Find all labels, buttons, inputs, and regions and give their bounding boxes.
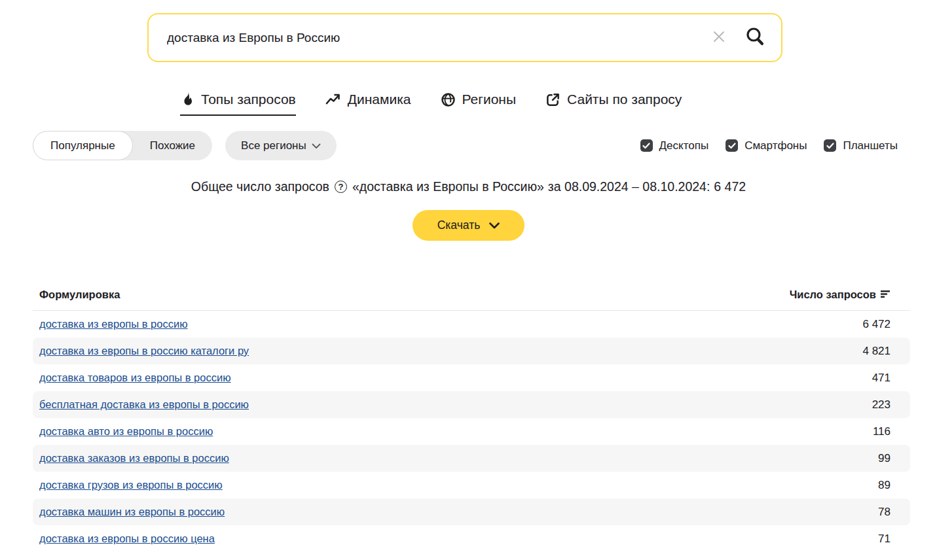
chevron-down-icon <box>489 219 500 232</box>
query-count: 78 <box>878 506 891 519</box>
query-link[interactable]: доставка из европы в россию цена <box>39 533 215 545</box>
mode-label: Популярные <box>50 139 115 152</box>
query-count: 471 <box>872 372 891 385</box>
download-row: Скачать <box>0 210 937 241</box>
table-row: доставка товаров из европы в россию 471 <box>33 364 910 391</box>
search-submit-button[interactable] <box>739 22 771 54</box>
checkbox-label: Смартфоны <box>744 139 807 152</box>
query-link[interactable]: доставка машин из европы в россию <box>39 506 225 518</box>
sort-descending-icon <box>881 289 891 301</box>
summary-total-count: 6 472 <box>714 179 746 194</box>
filters-row: Популярные Похожие Все регионы Десктопы <box>33 131 898 160</box>
clear-search-button[interactable] <box>708 27 730 49</box>
checkbox-label: Планшеты <box>843 139 898 152</box>
query-link[interactable]: доставка авто из европы в россию <box>39 425 213 438</box>
mode-toggle: Популярные Похожие <box>33 131 212 160</box>
column-header-phrase: Формулировка <box>39 289 120 301</box>
region-label: Все регионы <box>241 139 306 152</box>
left-filters: Популярные Похожие Все регионы <box>33 131 337 160</box>
search-bar <box>147 13 782 62</box>
table-row: доставка авто из европы в россию 116 <box>33 418 910 445</box>
query-link[interactable]: доставка товаров из европы в россию <box>39 372 231 384</box>
query-link[interactable]: доставка из европы в россию каталоги ру <box>39 345 249 357</box>
checkbox-smartphones[interactable]: Смартфоны <box>726 139 807 152</box>
mode-popular-button[interactable]: Популярные <box>33 131 133 160</box>
checkbox-label: Десктопы <box>659 139 709 152</box>
summary-query: «доставка из Европы в Россию» <box>352 179 544 194</box>
table-row: доставка грузов из европы в россию 89 <box>33 472 910 499</box>
tab-top-queries[interactable]: Топы запросов <box>180 92 296 116</box>
tab-label: Регионы <box>462 92 517 107</box>
query-link[interactable]: доставка из европы в россию <box>39 318 188 330</box>
table-header: Формулировка Число запросов <box>33 289 910 311</box>
query-count: 116 <box>873 425 891 438</box>
mode-label: Похожие <box>150 139 195 152</box>
tab-regions[interactable]: Регионы <box>441 92 517 116</box>
chevron-down-icon <box>312 139 321 152</box>
tab-dynamics[interactable]: Динамика <box>325 92 411 116</box>
region-dropdown[interactable]: Все регионы <box>225 131 337 160</box>
globe-icon <box>441 92 456 107</box>
query-count: 89 <box>878 479 891 492</box>
mode-similar-button[interactable]: Похожие <box>133 131 212 160</box>
table-rows: доставка из европы в россию 6 472 достав… <box>33 311 910 552</box>
queries-table: Формулировка Число запросов доставка из … <box>33 289 910 552</box>
table-row: доставка из европы в россию цена 71 <box>33 525 910 552</box>
query-link[interactable]: доставка заказов из европы в россию <box>39 452 229 464</box>
tab-label: Сайты по запросу <box>567 92 682 107</box>
tab-label: Динамика <box>348 92 411 107</box>
query-count: 71 <box>878 533 891 546</box>
external-link-icon <box>545 92 560 107</box>
table-row: доставка машин из европы в россию 78 <box>33 499 910 525</box>
checkbox-checked-icon <box>824 139 836 152</box>
table-row: доставка из европы в россию каталоги ру … <box>33 338 910 364</box>
search-input[interactable] <box>149 31 708 45</box>
checkbox-desktops[interactable]: Десктопы <box>640 139 709 152</box>
query-link[interactable]: бесплатная доставка из европы в россию <box>39 398 249 411</box>
fire-icon <box>180 92 194 107</box>
wordstat-page: Топы запросов Динамика Регионы <box>0 0 937 560</box>
query-count: 6 472 <box>862 318 891 331</box>
checkbox-tablets[interactable]: Планшеты <box>824 139 898 152</box>
tabs-bar: Топы запросов Динамика Регионы <box>180 92 937 116</box>
device-filters: Десктопы Смартфоны Планшеты <box>640 139 898 152</box>
query-count: 223 <box>872 398 891 411</box>
query-link[interactable]: доставка грузов из европы в россию <box>39 479 223 491</box>
checkbox-checked-icon <box>726 139 738 152</box>
summary-period: за 08.09.2024 – 08.10.2024: <box>548 179 710 194</box>
total-summary: Общее число запросов ? «доставка из Евро… <box>0 179 937 194</box>
table-row: доставка из европы в россию 6 472 <box>33 311 910 338</box>
tab-sites-by-query[interactable]: Сайты по запросу <box>545 92 682 116</box>
summary-prefix: Общее число запросов <box>191 179 329 194</box>
trend-up-icon <box>325 92 341 107</box>
query-count: 4 821 <box>862 345 891 358</box>
help-icon[interactable]: ? <box>335 181 347 193</box>
table-row: бесплатная доставка из европы в россию 2… <box>33 391 910 418</box>
column-header-count-label: Число запросов <box>790 289 876 301</box>
close-icon <box>712 27 726 49</box>
column-header-count-sort[interactable]: Число запросов <box>790 289 904 301</box>
download-label: Скачать <box>437 219 481 232</box>
download-button[interactable]: Скачать <box>413 210 525 241</box>
tab-label: Топы запросов <box>201 92 296 107</box>
search-icon <box>744 26 766 50</box>
checkbox-checked-icon <box>640 139 653 152</box>
query-count: 99 <box>878 452 891 465</box>
table-row: доставка заказов из европы в россию 99 <box>33 445 910 472</box>
